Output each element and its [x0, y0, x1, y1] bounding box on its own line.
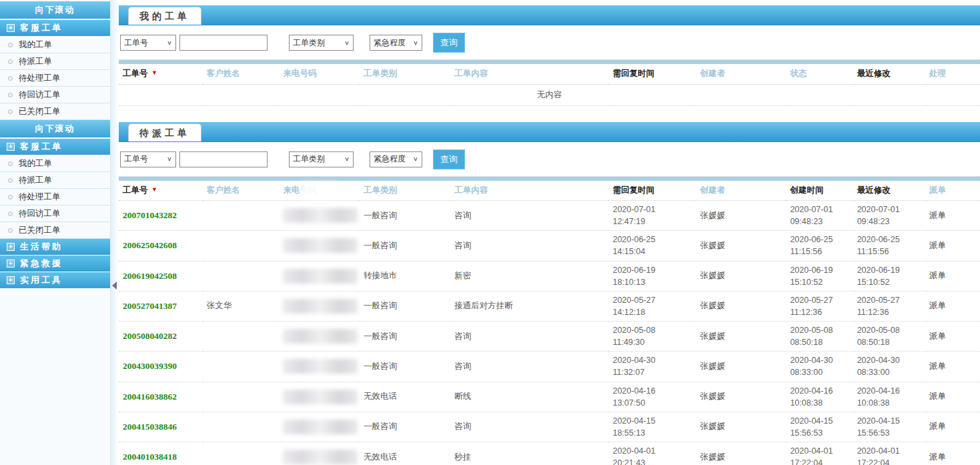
sidebar-item[interactable]: 待回访工单	[0, 205, 110, 222]
col-handle: 处理	[925, 64, 980, 84]
order-id-link[interactable]: 200430039390	[119, 352, 203, 382]
col-dispatch: 派单	[925, 181, 980, 201]
order-id-link[interactable]: 200416038862	[119, 382, 203, 412]
dispatch-link[interactable]: 派单	[925, 291, 980, 321]
order-content-cell: 咨询	[450, 231, 608, 261]
col-status: 状态	[786, 64, 853, 84]
sidebar-group[interactable]: +客服工单	[0, 20, 110, 36]
sidebar-group-label: 生活帮助	[20, 241, 63, 253]
sidebar-scroll-header[interactable]: 向下滚动	[0, 1, 110, 19]
sidebar-item[interactable]: 待派工单	[0, 172, 110, 189]
reply-deadline-cell: 2020-05-08 11:49:30	[608, 322, 696, 352]
tab-bar: 待派工单	[119, 122, 980, 142]
caller-number-cell	[279, 322, 360, 352]
sidebar-item-label: 待派工单	[19, 56, 52, 67]
redacted-phone-blur	[283, 299, 358, 314]
dispatch-link[interactable]: 派单	[925, 261, 980, 291]
col-customer-name: 客户姓名	[203, 64, 280, 84]
sidebar-item[interactable]: 我的工单	[0, 155, 110, 172]
customer-name-cell	[203, 442, 280, 465]
dispatch-link[interactable]: 派单	[925, 201, 980, 231]
creator-cell: 张媛媛	[696, 231, 786, 261]
order-content-cell: 接通后对方挂断	[450, 291, 608, 321]
tab-pending-dispatch[interactable]: 待派工单	[128, 123, 201, 141]
empty-state-row: 无内容	[119, 84, 980, 105]
sidebar-item-label: 待回访工单	[19, 208, 61, 219]
sidebar-item[interactable]: 我的工单	[0, 37, 110, 53]
customer-name-cell	[203, 261, 280, 291]
caller-number-cell	[279, 382, 360, 412]
main-content: 我的工单 工单号 ∨ 工单类别 ∨ 紧急程度 ∨ 查询	[119, 0, 980, 465]
redacted-phone-blur	[283, 208, 358, 223]
bullet-circle-icon	[8, 43, 13, 47]
bullet-circle-icon	[8, 228, 13, 233]
table-row: 200416038862 无效电话 断线 2020-04-16 13:07:50…	[119, 382, 980, 412]
dispatch-link[interactable]: 派单	[925, 352, 980, 382]
redacted-phone-blur	[283, 269, 358, 284]
dispatch-link[interactable]: 派单	[925, 442, 980, 465]
sidebar-group[interactable]: +实用工具	[0, 272, 110, 288]
sidebar-group[interactable]: +生活帮助	[0, 239, 110, 255]
reply-deadline-cell: 2020-06-19 18:10:13	[608, 261, 696, 291]
sidebar-group[interactable]: +客服工单	[0, 139, 110, 155]
order-category-cell: 无效电话	[360, 442, 450, 465]
keyword-input[interactable]	[179, 151, 268, 167]
tab-my-orders[interactable]: 我的工单	[128, 7, 201, 25]
sidebar-item[interactable]: 已关闭工单	[0, 222, 110, 239]
col-creator: 创建者	[696, 181, 786, 201]
urgency-select[interactable]: 紧急程度 ∨	[370, 35, 422, 51]
caller-number-cell	[279, 261, 360, 291]
dispatch-link[interactable]: 派单	[925, 382, 980, 412]
category-select-value: 工单类别	[293, 153, 325, 165]
search-button[interactable]: 查询	[433, 149, 465, 169]
sidebar-item[interactable]: 待派工单	[0, 53, 110, 70]
col-order-content: 工单内容	[450, 64, 608, 84]
order-id-link[interactable]: 200701043282	[119, 201, 203, 231]
table-row: 200508040282 一般咨询 咨询 2020-05-08 11:49:30…	[119, 322, 980, 352]
order-category-cell: 转接地市	[360, 261, 450, 291]
creator-cell: 张媛媛	[696, 322, 786, 352]
pending-dispatch-table: 工单号 ▼ 客户姓名 来电号码 工单类别 工单内容 需回复时间 创建者 创建时间	[119, 181, 980, 465]
col-order-id[interactable]: 工单号 ▼	[119, 181, 203, 201]
bullet-circle-icon	[8, 59, 13, 64]
order-id-link[interactable]: 200415038846	[119, 412, 203, 442]
order-id-link[interactable]: 200401038418	[119, 442, 203, 465]
col-order-id[interactable]: 工单号 ▼	[119, 64, 203, 84]
sidebar-scroll-header[interactable]: 向下滚动	[0, 120, 110, 137]
order-content-cell: 秒挂	[450, 442, 608, 465]
order-id-link[interactable]: 200527041387	[119, 291, 203, 321]
order-field-select[interactable]: 工单号 ∨	[120, 151, 176, 167]
dispatch-link[interactable]: 派单	[925, 231, 980, 261]
customer-name-cell	[203, 412, 280, 442]
customer-name-cell: 张文华	[203, 291, 280, 321]
order-field-select[interactable]: 工单号 ∨	[120, 35, 176, 51]
customer-name-cell	[203, 382, 280, 412]
sidebar: 向下滚动+客服工单我的工单待派工单待处理工单待回访工单已关闭工单向下滚动+客服工…	[0, 0, 111, 465]
expand-plus-icon: +	[7, 243, 15, 251]
keyword-input[interactable]	[179, 35, 268, 51]
sidebar-collapse-icon[interactable]	[112, 282, 117, 290]
col-order-category: 工单类别	[360, 64, 450, 84]
sidebar-item[interactable]: 待处理工单	[0, 70, 110, 87]
order-category-cell: 一般咨询	[360, 291, 450, 321]
sidebar-group-label: 实用工具	[20, 274, 63, 286]
sidebar-group[interactable]: +紧急救援	[0, 256, 110, 272]
category-select[interactable]: 工单类别 ∨	[289, 151, 354, 167]
search-button[interactable]: 查询	[433, 33, 465, 53]
dispatch-link[interactable]: 派单	[925, 322, 980, 352]
order-id-link[interactable]: 200625042608	[119, 231, 203, 261]
dispatch-link[interactable]: 派单	[925, 412, 980, 442]
last-modified-cell: 2020-04-30 08:33:00	[853, 352, 925, 382]
table-row: 200415038846 一般咨询 咨询 2020-04-15 18:55:13…	[119, 412, 980, 442]
order-id-link[interactable]: 200508040282	[119, 322, 203, 352]
order-id-link[interactable]: 200619042508	[119, 261, 203, 291]
sidebar-item[interactable]: 待处理工单	[0, 189, 110, 205]
sidebar-item[interactable]: 已关闭工单	[0, 103, 110, 120]
caller-number-cell	[279, 352, 360, 382]
sidebar-item[interactable]: 待回访工单	[0, 87, 110, 103]
table-row: 200430039390 一般咨询 咨询 2020-04-30 11:32:07…	[119, 352, 980, 382]
category-select[interactable]: 工单类别 ∨	[289, 35, 354, 51]
created-time-cell: 2020-06-25 11:15:56	[786, 231, 853, 261]
created-time-cell: 2020-05-08 08:50:18	[786, 322, 853, 352]
urgency-select[interactable]: 紧急程度 ∨	[370, 151, 422, 167]
